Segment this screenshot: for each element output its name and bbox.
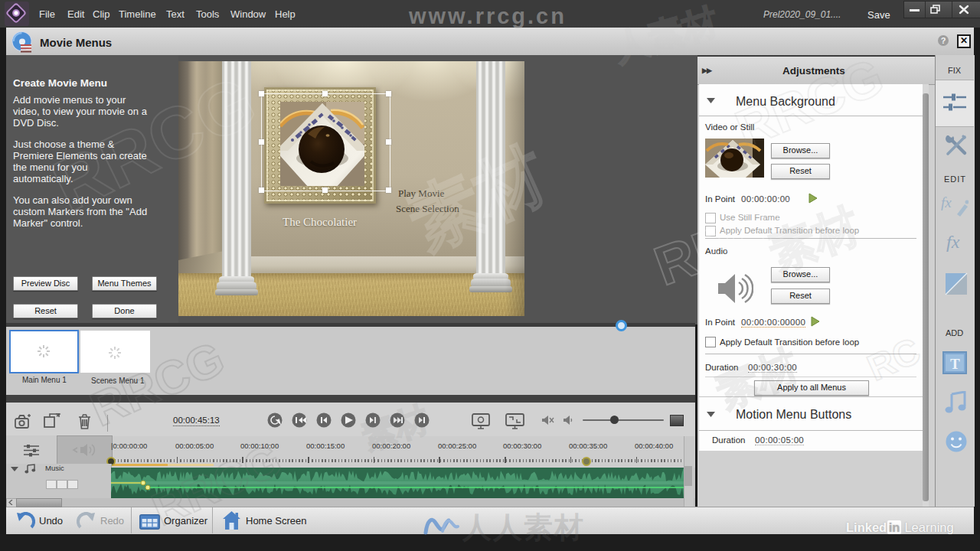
svg-text:fx: fx	[946, 232, 960, 252]
svg-text:fx: fx	[941, 194, 952, 210]
svg-text:T: T	[950, 356, 960, 372]
